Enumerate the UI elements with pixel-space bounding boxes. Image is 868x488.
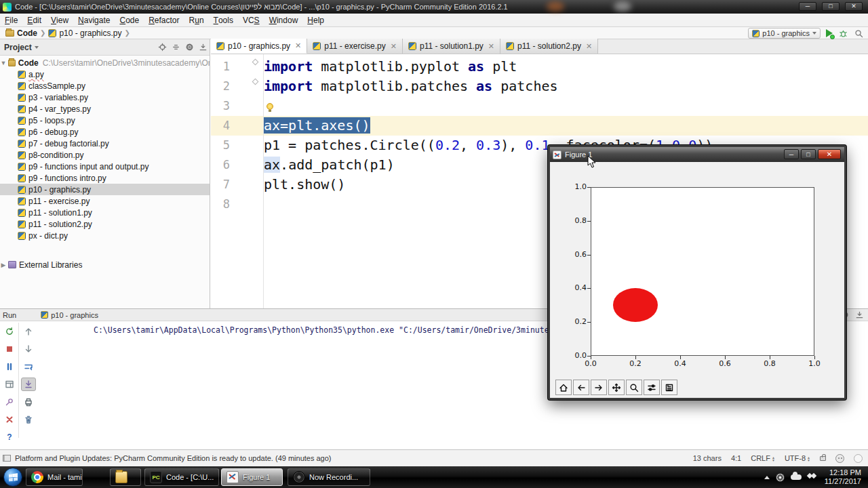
menu-item-window[interactable]: Window [264, 14, 303, 27]
chevron-collapsed-icon[interactable]: ▶ [0, 262, 7, 268]
window-titlebar[interactable]: Code - [C:\Users\tamir\OneDrive\3minutes… [0, 0, 868, 14]
tray-expand-icon[interactable] [764, 476, 770, 479]
menu-item-edit[interactable]: Edit [22, 14, 46, 27]
subplots-icon[interactable] [644, 380, 660, 395]
project-panel-header[interactable]: Project [0, 39, 210, 56]
tab-p10-graphics-py[interactable]: p10 - graphics.py✕ [211, 39, 307, 54]
tree-item-root-code[interactable]: ▼ Code C:\Users\tamir\OneDrive\3minutesa… [0, 57, 210, 68]
tree-item-p7-debug-factorial-py[interactable]: p7 - debug factorial.py [0, 138, 210, 149]
close-tab-icon[interactable]: ✕ [391, 42, 397, 51]
home-icon[interactable] [555, 380, 572, 395]
restore-icon[interactable] [2, 378, 17, 391]
start-button[interactable] [3, 468, 22, 487]
taskbar-button-now-recordi[interactable]: Now Recordi... [288, 468, 370, 486]
tree-item-p5-loops-py[interactable]: p5 - loops.py [0, 115, 210, 126]
toolwindow-toggle-icon[interactable] [3, 455, 11, 462]
tab-p11-solution1-py[interactable]: p11 - solution1.py✕ [403, 39, 500, 54]
pause-icon[interactable] [2, 360, 17, 373]
tree-item-p9-functions-intro-py[interactable]: p9 - functions intro.py [0, 172, 210, 184]
tree-item-p8-condition-py[interactable]: p8-condition.py [0, 149, 210, 161]
code-line-1[interactable]: import matplotlib.pyplot as plt [264, 57, 517, 77]
trash-icon[interactable] [21, 413, 36, 426]
maximize-icon[interactable]: □ [822, 2, 840, 11]
downarrow-icon[interactable] [21, 342, 36, 356]
chevron-expanded-icon[interactable]: ▼ [0, 60, 7, 66]
close-icon[interactable]: ✕ [845, 2, 863, 11]
console-output[interactable]: C:\Users\tamir\AppData\Local\Programs\Py… [94, 325, 572, 335]
tree-item-p9-functions-input-and-output-py[interactable]: p9 - functions input and output.py [0, 161, 210, 172]
tree-item-p11-exercise-py[interactable]: p11 - exercise.py [0, 195, 210, 207]
collapse-all-icon[interactable] [172, 43, 180, 52]
minimize-icon[interactable]: ─ [799, 2, 816, 11]
menu-item-refactor[interactable]: Refactor [144, 14, 184, 27]
hide-panel-icon[interactable] [855, 310, 864, 319]
menu-item-help[interactable]: Help [302, 14, 329, 27]
tree-item-a-py[interactable]: a.py [0, 68, 210, 80]
maximize-icon[interactable]: □ [801, 149, 816, 159]
close-tab-icon[interactable]: ✕ [295, 41, 301, 50]
debug-button[interactable] [838, 28, 848, 39]
uparrow-icon[interactable] [21, 325, 36, 338]
locate-file-icon[interactable] [158, 43, 167, 52]
line-separator-select[interactable]: CRLF▲▼ [751, 454, 775, 462]
run-button[interactable] [826, 29, 833, 37]
help-icon[interactable]: ? [2, 430, 17, 444]
caret-position[interactable]: 4:1 [731, 454, 741, 462]
back-icon[interactable] [573, 380, 589, 395]
closex-icon[interactable] [2, 413, 17, 426]
code-line-4[interactable]: ax=plt.axes() [264, 116, 370, 136]
breadcrumb-root[interactable]: Code [17, 28, 37, 38]
menu-item-navigate[interactable]: Navigate [73, 14, 115, 27]
code-line-2[interactable]: import matplotlib.patches as patches [264, 77, 558, 96]
minimize-icon[interactable]: ─ [784, 149, 799, 159]
stop-icon[interactable] [2, 342, 17, 356]
onedrive-icon[interactable] [791, 474, 802, 480]
tree-item-classsample-py[interactable]: classSample.py [0, 80, 210, 92]
tree-item-p11-solution1-py[interactable]: p11 - solution1.py [0, 207, 210, 218]
matplotlib-figure-window[interactable]: Figure 1 ─ □ ✕ 0.00.20.40.60.81.00.00.20… [548, 145, 846, 400]
taskbar-button-explorer[interactable] [110, 468, 141, 486]
tree-item-p4-var-types-py[interactable]: p4 - var_types.py [0, 103, 210, 115]
menu-item-view[interactable]: View [46, 14, 73, 27]
tree-item-px-dict-py[interactable]: px - dict.py [0, 230, 210, 241]
taskbar-clock[interactable]: 12:18 PM 11/27/2017 [825, 468, 861, 486]
softwrap-icon[interactable] [21, 360, 36, 373]
rerun-icon[interactable] [2, 325, 17, 338]
taskbar-button-mail-tamirn[interactable]: Mail - tamirn... [26, 468, 83, 486]
gear-icon[interactable] [185, 43, 194, 52]
run-configuration-select[interactable]: p10 - graphics [748, 28, 821, 39]
selection-info[interactable]: 13 chars [693, 454, 722, 462]
menu-item-run[interactable]: Run [184, 14, 209, 27]
print-icon[interactable] [21, 395, 36, 409]
menu-item-vcs[interactable]: VCS [238, 14, 264, 27]
fold-marker-icon[interactable] [252, 79, 259, 85]
tree-item-p6-debug-py[interactable]: p6 - debug.py [0, 126, 210, 138]
tree-item-p11-solution2-py[interactable]: p11 - solution2.py [0, 218, 210, 230]
close-tab-icon[interactable]: ✕ [586, 42, 592, 51]
close-tab-icon[interactable]: ✕ [488, 42, 494, 51]
lock-icon[interactable] [820, 456, 826, 461]
inspections-hector-icon[interactable] [835, 454, 844, 463]
taskbar-button-figure-1[interactable]: Figure 1 [221, 468, 283, 486]
taskbar-button-code-c-u[interactable]: PCCode - [C:\U... [144, 468, 219, 486]
menu-item-file[interactable]: File [0, 14, 22, 27]
tab-p11-solution2-py[interactable]: p11 - solution2.py✕ [500, 39, 598, 54]
menu-item-code[interactable]: Code [115, 14, 144, 27]
forward-icon[interactable] [591, 380, 607, 395]
intention-bulb-icon[interactable] [267, 103, 273, 110]
pan-icon[interactable] [608, 380, 625, 395]
code-line-7[interactable]: plt.show() [264, 175, 345, 195]
scrollend-icon[interactable] [21, 378, 36, 391]
encoding-select[interactable]: UTF-8▲▼ [785, 454, 810, 462]
tree-item-p10-graphics-py[interactable]: p10 - graphics.py [0, 184, 210, 195]
tree-item-p3-variables-py[interactable]: p3 - variables.py [0, 92, 210, 103]
breadcrumb-file[interactable]: p10 - graphics.py [59, 28, 121, 38]
recorder-tray-icon[interactable] [776, 473, 785, 482]
fold-marker-icon[interactable] [252, 59, 259, 66]
search-everywhere-icon[interactable] [854, 28, 864, 39]
tab-p11-exercise-py[interactable]: p11 - exercise.py✕ [307, 39, 403, 54]
hide-panel-icon[interactable] [199, 43, 208, 52]
tree-item-external-libraries[interactable]: ▶ External Libraries [0, 259, 210, 270]
menu-item-tools[interactable]: Tools [209, 14, 238, 27]
zoom-icon[interactable] [626, 380, 642, 395]
